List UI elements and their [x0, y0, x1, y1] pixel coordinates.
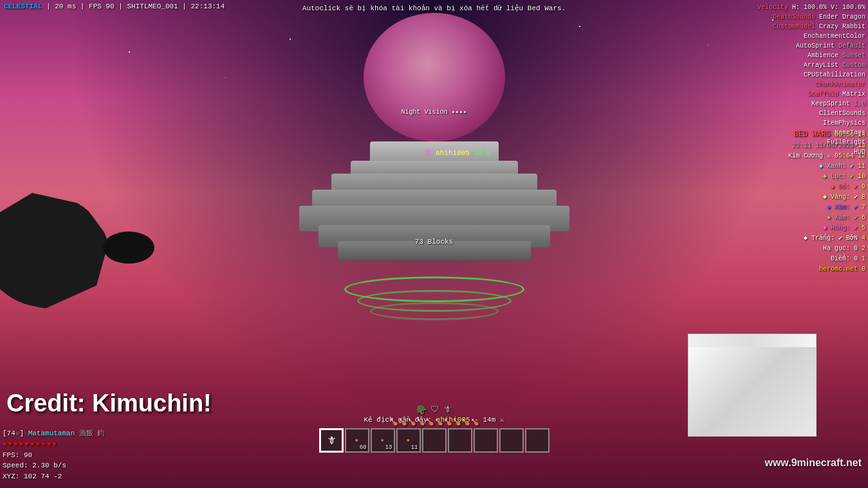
credit-label: Credit: Kimuchin!	[6, 390, 212, 417]
heart-7: ♥	[36, 440, 41, 448]
scoreboard-website: heromc.net	[819, 266, 858, 273]
website-watermark: www.9minecraft.net	[764, 457, 862, 469]
player-prefix-icon: 龍	[425, 149, 436, 157]
hotbar-slots[interactable]: 🗡 ▪ 60 ▪ 13 ▪ 11	[319, 428, 549, 453]
fps-debug: FPS: 90	[3, 450, 66, 461]
night-vision-label: Night Vision ✦✦✦✦	[401, 108, 466, 116]
hotbar-slot-5[interactable]	[422, 428, 447, 453]
team-xam2: ◆ Xám: ✔ 6	[788, 213, 865, 223]
warning-message: Autoclick sẽ bị khóa tài khoản và bị xóa…	[302, 4, 566, 12]
scoreboard: BED WARS 00:56 14 22:11 11/05/2023 13 Ki…	[788, 129, 865, 275]
kills-value: 0	[854, 245, 858, 252]
hotbar-slot-8[interactable]	[499, 428, 524, 453]
armor-display: 🪖 🛡 🗡	[416, 404, 452, 415]
module-enchantmentcolor: EnchantmentColor	[757, 32, 865, 41]
module-chunkanimator: ChunkAnimator	[757, 80, 865, 89]
debug-info: FPS: 90 Speed: 2.30 b/s XYZ: 102 74 -2	[3, 450, 66, 482]
module-keepsprint: KeepSprint 1.0	[757, 99, 865, 109]
blocks-text: 73 Blocks	[415, 238, 453, 246]
points-label: Điểm:	[831, 255, 850, 262]
food-icon-3: 🍗	[408, 419, 416, 426]
module-scaffold: Scaffold Matrix	[757, 89, 865, 99]
website-row: heromc.net 0	[788, 264, 865, 275]
module-itemphysics: ItemPhysics	[757, 118, 865, 128]
hotbar-slot-2[interactable]: ▪ 60	[345, 428, 369, 453]
star	[579, 26, 580, 27]
food-icon-2: 🍗	[399, 419, 407, 426]
website-text: www.9minecraft.net	[764, 457, 862, 468]
food-icon-7: 🍗	[444, 419, 452, 426]
sword-item: 🗡	[326, 435, 337, 447]
heart-1: ♥	[3, 440, 7, 448]
hotbar-slot-7[interactable]	[474, 428, 498, 453]
small-rock	[103, 231, 154, 264]
module-cpustabilization: CPUStabilization	[757, 70, 865, 80]
hotbar-slot-4[interactable]: ▪ 11	[396, 428, 421, 453]
heart-8: ♥	[41, 440, 46, 448]
health-bar: ♥ ♥ ♥ ♥ ♥ ♥ ♥ ♥ ♥ ♥	[3, 440, 57, 448]
team-xam: ◆ Xàm: ✔ 7	[788, 203, 865, 213]
module-deathsounds: DeathSounds Ender Dragon	[757, 12, 865, 22]
team-luc: ◆ Lục: ✔ 10	[788, 172, 865, 182]
block-item-2: ▪	[380, 436, 385, 446]
client-name: CELESTIAL	[4, 3, 42, 10]
team-do: ◆ Đỏ: ✔ 9	[788, 182, 865, 192]
module-clientsounds: ClientSounds	[757, 109, 865, 118]
score-14: 14	[858, 131, 865, 138]
speed-debug: Speed: 2.30 b/s	[3, 460, 66, 471]
scoreboard-title: BED WARS	[793, 130, 831, 139]
module-arraylist: ArrayList Custom	[757, 60, 865, 70]
credit-text: Credit: Kimuchin!	[6, 390, 212, 417]
points-row: Điểm: 0 1	[788, 254, 865, 264]
food-icon-5: 🍗	[426, 419, 434, 426]
client-info-bar: CELESTIAL | 20 ms | FPS 90 | SHITLMEO_00…	[4, 3, 225, 10]
ms-display: 20 ms	[55, 3, 76, 10]
white-block	[688, 334, 817, 437]
date-text: 22:11 11/05/2023	[792, 142, 854, 149]
xyz-debug: XYZ: 102 74 -2	[3, 471, 66, 482]
module-velocity: Velocity H: 100.0% V: 100.0%	[757, 3, 865, 12]
heart-3: ♥	[14, 440, 18, 448]
block-item: ▪	[355, 436, 360, 446]
star	[129, 51, 130, 53]
player-tags: 漁飯 釣	[79, 429, 105, 437]
hotbar-slot-3[interactable]: ▪ 13	[371, 428, 395, 453]
player-name: SHITLMEO_001	[127, 3, 178, 10]
star	[708, 45, 708, 46]
heart-9: ♥	[47, 440, 51, 448]
slot-count-4: 11	[411, 444, 418, 451]
points-value: 0	[854, 255, 858, 262]
heart-5: ♥	[24, 440, 29, 448]
separator3: |	[118, 3, 127, 10]
hotbar-container: 🪖 🛡 🗡 🍗 🍗 🍗 🍗 🍗 🍗 🍗 🍗 🍗 🍗 🗡 ▪ 60 ▪ 13 ▪ …	[319, 404, 549, 453]
fps-label: FPS	[89, 3, 106, 10]
scoreboard-dateline: 22:11 11/05/2023 13	[788, 141, 865, 151]
night-vision-text: Night Vision ✦✦✦✦	[401, 109, 466, 116]
food-row: 🍗 🍗 🍗 🍗 🍗 🍗 🍗 🍗 🍗 🍗	[390, 419, 479, 426]
block-item-3: ▪	[406, 436, 411, 446]
player-hp-world: 20.0	[474, 149, 491, 157]
food-icon-1: 🍗	[390, 419, 398, 426]
food-icon-10: 🍗	[471, 419, 479, 426]
team-hong: ◆ Hồng: ✔ 5	[788, 223, 865, 233]
player-name-tag: 龍 ahihi005 20.0	[425, 148, 491, 158]
heart-2: ♥	[8, 440, 13, 448]
team-xanh: ◆ Xanh: ✔ 11	[788, 161, 865, 172]
heart-6: ♥	[30, 440, 35, 448]
hotbar-slot-1[interactable]: 🗡	[319, 428, 344, 453]
hotbar-slot-6[interactable]	[448, 428, 472, 453]
module-custommodel: CustomModel Crazy Rabbit	[757, 22, 865, 32]
hotbar-slot-9[interactable]	[525, 428, 549, 453]
main-island	[299, 116, 569, 296]
separator2: |	[80, 3, 89, 10]
heart-4: ♥	[19, 440, 24, 448]
map-name: Kim Cương ⚔	[788, 152, 835, 159]
helmet-icon: 🪖	[416, 404, 427, 415]
heart-10: ♥	[52, 440, 57, 448]
blocks-counter: 73 Blocks	[415, 238, 453, 246]
food-icon-8: 🍗	[453, 419, 461, 426]
star	[225, 77, 226, 78]
player-rank: [74☆]	[3, 429, 28, 437]
team-vang: ◆ Vàng: ✔ 8	[788, 192, 865, 203]
warning-text: Autoclick sẽ bị khóa tài khoản và bị xóa…	[302, 5, 566, 12]
